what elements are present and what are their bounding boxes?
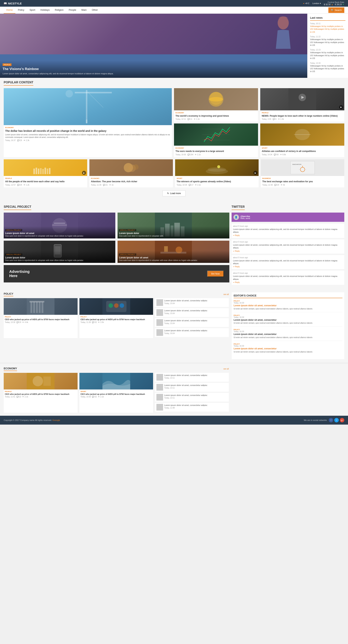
pl-item-1[interactable]: Lorem ipsum dolor sit amet, consectetur …	[155, 298, 229, 307]
special-card-1[interactable]: SPECIAL PROJECT Lorem ipsum dolor sit am…	[4, 212, 115, 238]
nav-holidays[interactable]: Holidays	[38, 7, 52, 14]
featured-card-desc: Lorem ipsum dolor sit amet, consectetur …	[5, 134, 170, 139]
pl-meta-1: Today, 15:04	[164, 302, 207, 304]
special-card-4[interactable]: SPECIAL PROJECT Lorem ipsum dolor sit am…	[117, 241, 229, 263]
economy-card-2-image	[174, 124, 258, 146]
news-item-2: Today, 11:22 Volkswagen hit by multiple …	[310, 36, 345, 46]
logo[interactable]: 📖 NICSTYLE	[4, 2, 22, 5]
nav-main[interactable]: Main	[79, 7, 89, 14]
nav-policy[interactable]: Policy	[15, 7, 27, 14]
el-item-1[interactable]: Lorem ipsum dolor sit amet, consectetur …	[155, 373, 229, 382]
news-item-3: Today, 12:23 Volkswagen hit by multiple …	[310, 49, 345, 60]
ec1-category: ECONOMY	[176, 112, 257, 114]
el-item-4[interactable]: Lorem ipsum dolor sit amet, consectetur …	[155, 403, 229, 412]
economy-card-1[interactable]: ECONOMY The world's economy is improving…	[174, 88, 258, 122]
tweet-2-reply[interactable]: ↩ Reply	[233, 250, 343, 252]
pv-category: PEOPLE	[262, 112, 343, 114]
svg-rect-1	[86, 90, 87, 123]
ec3-title[interactable]: Lorem ipsum dolor sit amet, consectetur	[234, 333, 342, 336]
policy-card-2-image	[79, 298, 153, 315]
hero-image-card[interactable]: PEOPLE The Visions's Rainbow Lorem ipsum…	[0, 14, 307, 78]
policy-main: POLICY see all	[4, 292, 229, 359]
ec-item-3: POLICY Today, 16:30 Lorem ipsum dolor si…	[234, 329, 342, 341]
pl-item-3[interactable]: Lorem ipsum dolor sit amet, consectetur …	[155, 318, 229, 327]
econ-card-2[interactable]: SPORT CEO who jacked up price of AIDS pi…	[79, 373, 153, 413]
bank-usd: $ 32.32	[324, 3, 331, 6]
policy-section: POLICY see all	[0, 289, 348, 362]
featured-card-meta: Today, 16:37 💬 29 👁 2.3k	[5, 139, 170, 142]
hero-title: The Visions's Rainbow	[3, 67, 305, 71]
people-video-card[interactable]: ▶ PEOPLE NEWS: People began to love each…	[260, 88, 344, 122]
economy-card-2[interactable]: ECONOMY The euro needs to everyone in a …	[174, 124, 258, 157]
econ-card-1[interactable]: PEOPLE CEO who jacked up price of AIDS p…	[4, 373, 78, 413]
nav-religion[interactable]: Religion	[52, 7, 66, 14]
ec3-time: Today, 16:30	[234, 330, 342, 332]
el-meta-3: Today, 13:11	[164, 397, 207, 399]
news-text-2[interactable]: Volkswagen hit by multiple probes in US …	[310, 38, 345, 46]
ec2-category: ECONOMY	[176, 147, 257, 149]
economy-section: ECONOMY see all PEOPLE CEO who j	[0, 364, 348, 416]
ec4-title[interactable]: Lorem ipsum dolor sit amet, consectetur	[234, 347, 342, 350]
people-video-image: ▶	[260, 88, 344, 110]
policy-card-2[interactable]: POLICY CEO who jacked up price of AIDS p…	[79, 298, 153, 338]
svg-rect-31	[291, 161, 315, 174]
featured-card[interactable]: ECONOMY The dollar has broken all record…	[4, 88, 172, 157]
economy-see-all[interactable]: see all	[223, 368, 229, 370]
googleplus-icon[interactable]: g+	[340, 418, 344, 422]
pl-item-2[interactable]: Lorem ipsum dolor sit amet, consectetur …	[155, 308, 229, 317]
special-bottom-row: SPECIAL PROJECT Lorem ipsum dolor Duis a…	[4, 241, 229, 263]
ec2-title[interactable]: Lorem ipsum dolor sit amet, consectetur	[234, 319, 342, 322]
hero-badge: PEOPLE	[3, 64, 12, 66]
facebook-icon[interactable]: f	[329, 418, 333, 422]
sport-card[interactable]: SPORT Athletes are confident of victory …	[260, 124, 344, 157]
search-button[interactable]: 🔍 Search	[328, 8, 344, 13]
el-item-2[interactable]: Lorem ipsum dolor sit amet, consectetur …	[155, 383, 229, 392]
tweet-4-reply[interactable]: ↩ Reply	[233, 281, 343, 283]
bc1-title: All the people of the world love each ot…	[5, 180, 86, 183]
load-more-label: Load more	[170, 192, 181, 195]
policy-title: POLICY	[4, 292, 13, 296]
el-item-3[interactable]: Lorem ipsum dolor sit amet, consectetur …	[155, 393, 229, 402]
load-more-button[interactable]: ↻ Load more	[162, 190, 185, 196]
policy-card-1[interactable]: POLICY CEO who jacked up price of AIDS p…	[4, 298, 78, 338]
pc1-meta: Today, 13:30 💬 29 👁 4.4k	[5, 321, 76, 323]
news-text-3[interactable]: Volkswagen hit by multiple probes in US …	[310, 51, 345, 60]
bottom-card-1[interactable]: ▶ PEOPLE All the people of the world lov…	[4, 159, 87, 188]
ad-button[interactable]: Bet Now	[207, 270, 224, 277]
news-text-4[interactable]: Volkswagen hit by multiple probes in US …	[310, 64, 345, 73]
play-icon: ▶	[339, 105, 343, 109]
ec2-title: The euro needs to everyone in a large am…	[176, 150, 257, 153]
ec1-title: The world's economy is improving and goo…	[176, 114, 257, 118]
nav-home[interactable]: Home	[4, 7, 15, 14]
svg-rect-39	[54, 223, 65, 224]
featured-time: Today, 16:37	[5, 139, 16, 142]
svg-rect-22	[45, 168, 46, 174]
svg-point-8	[209, 97, 223, 102]
svg-rect-21	[42, 169, 44, 174]
nav-people[interactable]: People	[66, 7, 79, 14]
bottom-card-3[interactable]: ▶ SPORT The winners of sports games alre…	[175, 159, 259, 188]
svg-rect-20	[40, 168, 42, 174]
bank-rate: Central Bank Rate $ 32.32 ▲ € 28.23 ▼	[324, 1, 344, 6]
bottom-card-2[interactable]: ECONOMY Attention: The poor become rich,…	[89, 159, 173, 188]
news-time-1: Today, 10:11	[310, 22, 345, 24]
nav-other[interactable]: Other	[89, 7, 100, 14]
tweet-4: about 5 hours ago Lorem ipsum dolor sit …	[232, 270, 344, 285]
svg-rect-56	[33, 302, 35, 313]
tweet-3-reply[interactable]: ↩ Reply	[233, 266, 343, 268]
nav-sport[interactable]: Sport	[27, 7, 38, 14]
special-card-2[interactable]: SPECIAL PROJECT Lorem ipsum dolor Duis a…	[117, 212, 229, 238]
news-link-1[interactable]: Volkswagen hit by multiple probes in US …	[310, 25, 345, 34]
svg-rect-2	[75, 92, 112, 93]
weather-location[interactable]: London ▾	[312, 2, 321, 4]
twitter-icon[interactable]: t	[334, 418, 339, 422]
popular-content-title: POPULAR CONTENT	[4, 81, 33, 86]
ec1-title[interactable]: Lorem ipsum dolor sit amet, consectetur	[234, 304, 342, 307]
bottom-card-4[interactable]: INNOVATION BUSINESS The best exchange ra…	[261, 159, 344, 188]
ec2-cat: POLICY	[234, 314, 342, 316]
policy-see-all[interactable]: see all	[223, 293, 229, 296]
tweet-1-reply[interactable]: ↩ Reply	[233, 234, 343, 236]
footer-link[interactable]: Gooogle	[52, 419, 60, 421]
special-card-3[interactable]: SPECIAL PROJECT Lorem ipsum dolor Duis a…	[4, 241, 115, 263]
pl-item-4[interactable]: Lorem ipsum dolor sit amet, consectetur …	[155, 328, 229, 337]
